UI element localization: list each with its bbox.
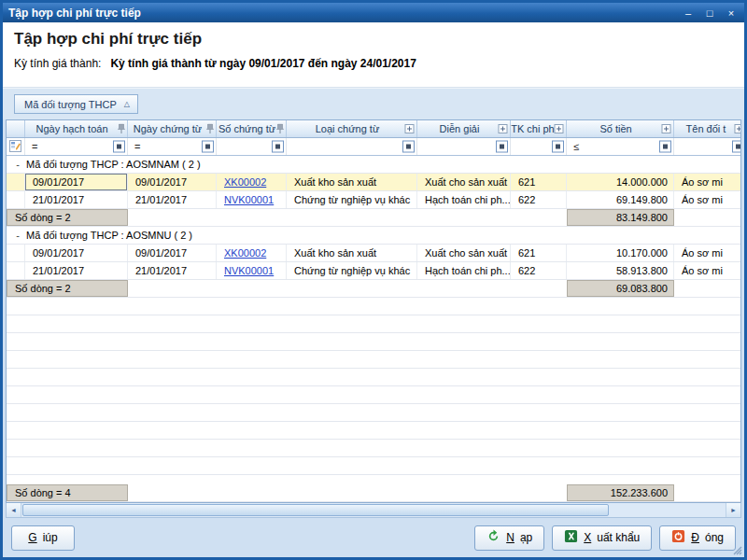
filter-menu-button[interactable] (113, 141, 125, 153)
column-header-loai-chung-tu[interactable]: Loại chứng từ (287, 120, 417, 137)
cell-ngay-hach-toan[interactable]: 21/01/2017 (25, 191, 128, 208)
cell-ngay-hach-toan[interactable]: 09/01/2017 (25, 245, 128, 261)
column-header-so-chung-tu[interactable]: Số chứng từ (217, 120, 287, 137)
add-pin-icon[interactable] (404, 124, 415, 134)
table-row[interactable]: 21/01/2017 21/01/2017 NVK00001 Chứng từ … (7, 191, 740, 209)
refresh-icon (486, 529, 500, 546)
cell-ngay-hach-toan[interactable]: 21/01/2017 (25, 262, 128, 279)
column-header-so-tien[interactable]: Số tiền (567, 120, 674, 137)
cell-ngay-chung-tu[interactable]: 09/01/2017 (128, 245, 217, 261)
scrollbar-thumb[interactable] (22, 504, 609, 516)
document-link[interactable]: NVK00001 (224, 194, 274, 205)
cell-loai-chung-tu[interactable]: Xuất kho sản xuất (287, 245, 417, 261)
column-header-ngay-hach-toan[interactable]: Ngày hạch toán (25, 120, 128, 137)
cell-so-tien[interactable]: 69.149.800 (567, 191, 674, 208)
cell-ngay-chung-tu[interactable]: 09/01/2017 (128, 174, 217, 190)
close-dialog-button[interactable]: Đóng (659, 525, 736, 551)
group-row[interactable]: - Mã đối tượng THCP : AOSMNU ( 2 ) (7, 227, 740, 245)
document-link[interactable]: XK00002 (224, 176, 266, 188)
horizontal-scrollbar[interactable]: ◄ ► (6, 503, 741, 518)
filter-menu-button[interactable] (496, 141, 508, 153)
edit-filter-cell[interactable] (7, 138, 25, 155)
grand-total: 152.233.600 (567, 484, 674, 501)
cell-so-tien[interactable]: 58.913.800 (567, 262, 674, 279)
filter-row: = = ≤ (7, 138, 740, 156)
cell-dien-giai[interactable]: Hạch toán chi ph... (417, 191, 511, 208)
filter-ngay-hach-toan[interactable]: = (25, 138, 128, 155)
cell-loai-chung-tu[interactable]: Chứng từ nghiệp vụ khác (287, 262, 417, 279)
cell-so-chung-tu[interactable]: NVK00001 (217, 262, 287, 279)
titlebar-controls: – □ × (681, 6, 739, 21)
filter-so-tien[interactable]: ≤ (567, 138, 674, 155)
collapse-icon[interactable]: - (14, 230, 21, 241)
cell-tk-chi-phi[interactable]: 621 (511, 174, 567, 190)
resize-grip[interactable] (731, 544, 742, 555)
cell-ngay-chung-tu[interactable]: 21/01/2017 (128, 262, 217, 279)
cell-dien-giai[interactable]: Xuất cho sản xuất (417, 174, 511, 190)
group-row-label: Mã đối tượng THCP : AOSMNAM ( 2 ) (26, 159, 201, 170)
cell-so-chung-tu[interactable]: XK00002 (217, 174, 287, 190)
titlebar[interactable]: Tập hợp chi phí trực tiếp – □ × (3, 3, 744, 22)
table-row[interactable]: 21/01/2017 21/01/2017 NVK00001 Chứng từ … (7, 262, 740, 280)
cell-ngay-hach-toan[interactable]: 09/01/2017 (25, 174, 128, 190)
cell-dien-giai[interactable]: Hạch toán chi ph... (417, 262, 511, 279)
filter-ngay-chung-tu[interactable]: = (128, 138, 217, 155)
document-link[interactable]: XK00002 (224, 247, 266, 259)
group-by-button[interactable]: Mã đối tượng THCP △ (14, 94, 138, 114)
add-pin-icon[interactable] (498, 124, 508, 134)
cell-tk-chi-phi[interactable]: 622 (511, 262, 567, 279)
filter-menu-button[interactable] (552, 141, 564, 153)
cell-ngay-chung-tu[interactable]: 21/01/2017 (128, 191, 217, 208)
edit-filter-icon[interactable] (9, 140, 21, 154)
cell-ten-doi-tuong[interactable]: Áo sơ mi (674, 245, 741, 261)
group-row-count: Số dòng = 2 (7, 280, 128, 297)
add-pin-icon[interactable] (734, 124, 741, 134)
scroll-right-button[interactable]: ► (726, 503, 740, 517)
export-button[interactable]: Xuất khẩu (552, 525, 652, 551)
filter-menu-button[interactable] (402, 141, 415, 153)
group-row[interactable]: - Mã đối tượng THCP : AOSMNAM ( 2 ) (7, 156, 740, 174)
filter-menu-button[interactable] (659, 141, 671, 153)
filter-menu-button[interactable] (272, 141, 284, 153)
cell-dien-giai[interactable]: Xuất cho sản xuất (417, 245, 511, 261)
maximize-button[interactable]: □ (702, 6, 717, 21)
pin-icon[interactable] (118, 124, 125, 134)
pin-icon[interactable] (206, 124, 214, 134)
close-button[interactable]: × (724, 6, 739, 21)
help-button[interactable]: Giúp (11, 525, 75, 551)
cell-so-chung-tu[interactable]: NVK00001 (217, 191, 287, 208)
table-row[interactable]: 09/01/2017 09/01/2017 XK00002 Xuất kho s… (7, 245, 740, 262)
cell-so-tien[interactable]: 10.170.000 (567, 245, 674, 261)
column-header-ten-doi-tuong[interactable]: Tên đối t (674, 120, 741, 137)
column-header-tk-chi-phi[interactable]: TK chi phí (511, 120, 567, 137)
minimize-button[interactable]: – (681, 6, 696, 21)
cell-ten-doi-tuong[interactable]: Áo sơ mi (674, 174, 741, 190)
cell-tk-chi-phi[interactable]: 622 (511, 191, 567, 208)
cell-loai-chung-tu[interactable]: Chứng từ nghiệp vụ khác (287, 191, 417, 208)
row-indicator (7, 191, 25, 208)
filter-dien-giai[interactable] (417, 138, 511, 155)
filter-menu-button[interactable] (202, 141, 214, 153)
dialog-window: Tập hợp chi phí trực tiếp – □ × Tập hợp … (0, 0, 747, 560)
load-button[interactable]: Nạp (474, 525, 544, 551)
filter-so-chung-tu[interactable] (217, 138, 287, 155)
cell-ten-doi-tuong[interactable]: Áo sơ mi (674, 262, 741, 279)
table-row[interactable]: 09/01/2017 09/01/2017 XK00002 Xuất kho s… (7, 174, 740, 191)
filter-tk-chi-phi[interactable] (511, 138, 567, 155)
cell-tk-chi-phi[interactable]: 621 (511, 245, 567, 261)
document-link[interactable]: NVK00001 (224, 265, 274, 276)
filter-menu-button[interactable] (732, 141, 741, 153)
filter-ten-doi-tuong[interactable] (674, 138, 741, 155)
column-header-dien-giai[interactable]: Diễn giải (417, 120, 511, 137)
column-header-ngay-chung-tu[interactable]: Ngày chứng từ (128, 120, 217, 137)
cell-so-chung-tu[interactable]: XK00002 (217, 245, 287, 261)
pin-icon[interactable] (276, 124, 284, 134)
cell-ten-doi-tuong[interactable]: Áo sơ mi (674, 191, 741, 208)
add-pin-icon[interactable] (661, 124, 671, 134)
cell-so-tien[interactable]: 14.000.000 (567, 174, 674, 190)
collapse-icon[interactable]: - (14, 159, 21, 170)
filter-loai-chung-tu[interactable] (287, 138, 417, 155)
scroll-left-button[interactable]: ◄ (7, 503, 21, 517)
cell-loai-chung-tu[interactable]: Xuất kho sản xuất (287, 174, 417, 190)
add-pin-icon[interactable] (554, 124, 564, 134)
